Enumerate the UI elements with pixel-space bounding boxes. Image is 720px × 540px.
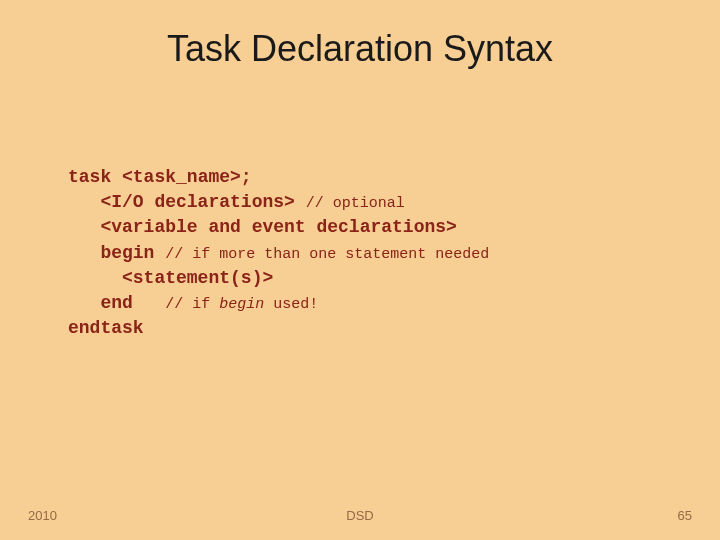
slide-title: Task Declaration Syntax [0, 0, 720, 70]
kw-endtask: endtask [68, 318, 144, 338]
footer-center: DSD [0, 508, 720, 523]
footer: 2010 DSD 65 [0, 508, 720, 528]
comment-end: // if begin used! [165, 296, 318, 313]
comment-begin: // if more than one statement needed [165, 246, 489, 263]
kw-end: end [68, 293, 165, 313]
io-decl: <I/O declarations> [68, 192, 306, 212]
comment-optional: // optional [306, 195, 405, 212]
var-decl: <variable and event declarations> [68, 217, 457, 237]
code-block: task <task_name>; <I/O declarations> // … [68, 165, 489, 341]
footer-page: 65 [678, 508, 692, 523]
statements: <statement(s)> [68, 268, 273, 288]
kw-task: task [68, 167, 111, 187]
kw-begin: begin [68, 243, 165, 263]
task-name: <task_name>; [111, 167, 251, 187]
